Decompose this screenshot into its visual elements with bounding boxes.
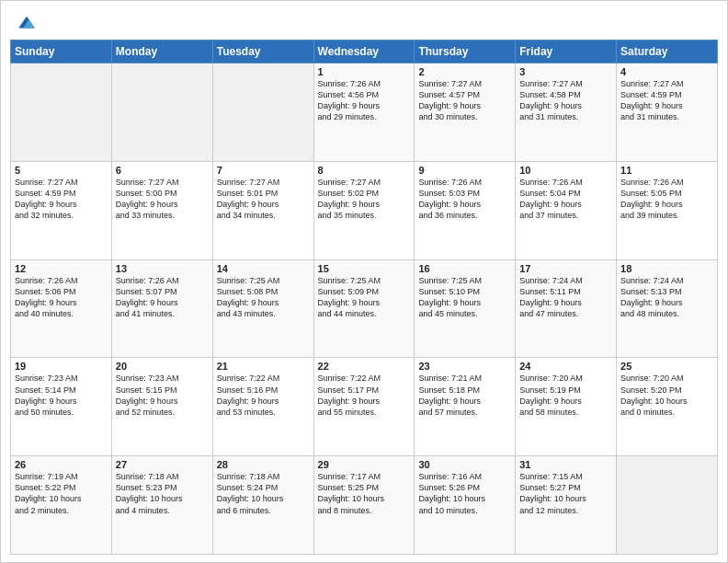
day-number: 8 bbox=[318, 165, 411, 176]
day-number: 18 bbox=[620, 263, 713, 274]
day-number: 29 bbox=[318, 459, 411, 470]
calendar-cell: 11Sunrise: 7:26 AM Sunset: 5:05 PM Dayli… bbox=[617, 161, 718, 259]
day-number: 15 bbox=[318, 263, 411, 274]
week-row-4: 19Sunrise: 7:23 AM Sunset: 5:14 PM Dayli… bbox=[11, 358, 718, 456]
day-number: 2 bbox=[418, 66, 511, 77]
cell-content: Sunrise: 7:27 AM Sunset: 5:02 PM Dayligh… bbox=[318, 177, 411, 222]
calendar-cell: 21Sunrise: 7:22 AM Sunset: 5:16 PM Dayli… bbox=[212, 358, 313, 456]
column-header-tuesday: Tuesday bbox=[212, 40, 313, 63]
cell-content: Sunrise: 7:22 AM Sunset: 5:17 PM Dayligh… bbox=[318, 373, 411, 418]
cell-content: Sunrise: 7:19 AM Sunset: 5:22 PM Dayligh… bbox=[15, 471, 108, 516]
calendar-cell: 20Sunrise: 7:23 AM Sunset: 5:15 PM Dayli… bbox=[111, 358, 212, 456]
cell-content: Sunrise: 7:27 AM Sunset: 4:59 PM Dayligh… bbox=[15, 177, 108, 222]
cell-content: Sunrise: 7:24 AM Sunset: 5:11 PM Dayligh… bbox=[519, 275, 612, 320]
cell-content: Sunrise: 7:26 AM Sunset: 4:56 PM Dayligh… bbox=[318, 78, 411, 123]
cell-content: Sunrise: 7:18 AM Sunset: 5:23 PM Dayligh… bbox=[116, 471, 209, 516]
cell-content: Sunrise: 7:25 AM Sunset: 5:09 PM Dayligh… bbox=[318, 275, 411, 320]
cell-content: Sunrise: 7:26 AM Sunset: 5:04 PM Dayligh… bbox=[519, 177, 612, 222]
day-number: 13 bbox=[116, 263, 209, 274]
cell-content: Sunrise: 7:27 AM Sunset: 4:57 PM Dayligh… bbox=[418, 78, 511, 123]
cell-content: Sunrise: 7:27 AM Sunset: 5:01 PM Dayligh… bbox=[217, 177, 310, 222]
calendar-cell: 3Sunrise: 7:27 AM Sunset: 4:58 PM Daylig… bbox=[516, 63, 617, 162]
week-row-5: 26Sunrise: 7:19 AM Sunset: 5:22 PM Dayli… bbox=[11, 456, 718, 555]
calendar-cell: 28Sunrise: 7:18 AM Sunset: 5:24 PM Dayli… bbox=[212, 456, 313, 555]
column-header-friday: Friday bbox=[516, 40, 617, 63]
day-number: 14 bbox=[217, 263, 310, 274]
logo-icon bbox=[16, 12, 38, 34]
calendar-cell bbox=[617, 456, 718, 555]
calendar-cell: 6Sunrise: 7:27 AM Sunset: 5:00 PM Daylig… bbox=[111, 161, 212, 259]
calendar-page: SundayMondayTuesdayWednesdayThursdayFrid… bbox=[0, 0, 728, 563]
day-number: 25 bbox=[620, 361, 713, 372]
day-number: 20 bbox=[116, 361, 209, 372]
day-number: 10 bbox=[519, 165, 612, 176]
cell-content: Sunrise: 7:21 AM Sunset: 5:18 PM Dayligh… bbox=[418, 373, 511, 418]
cell-content: Sunrise: 7:16 AM Sunset: 5:26 PM Dayligh… bbox=[418, 471, 511, 516]
calendar-cell: 27Sunrise: 7:18 AM Sunset: 5:23 PM Dayli… bbox=[111, 456, 212, 555]
day-number: 30 bbox=[418, 459, 511, 470]
day-number: 31 bbox=[519, 459, 612, 470]
cell-content: Sunrise: 7:26 AM Sunset: 5:06 PM Dayligh… bbox=[15, 275, 108, 320]
day-number: 28 bbox=[217, 459, 310, 470]
calendar-cell: 19Sunrise: 7:23 AM Sunset: 5:14 PM Dayli… bbox=[11, 358, 112, 456]
week-row-3: 12Sunrise: 7:26 AM Sunset: 5:06 PM Dayli… bbox=[11, 259, 718, 358]
calendar-table: SundayMondayTuesdayWednesdayThursdayFrid… bbox=[10, 40, 718, 555]
day-number: 23 bbox=[418, 361, 511, 372]
calendar-cell: 7Sunrise: 7:27 AM Sunset: 5:01 PM Daylig… bbox=[212, 161, 313, 259]
day-number: 5 bbox=[15, 165, 108, 176]
calendar-cell: 12Sunrise: 7:26 AM Sunset: 5:06 PM Dayli… bbox=[11, 259, 112, 358]
calendar-cell bbox=[11, 63, 112, 162]
column-header-thursday: Thursday bbox=[415, 40, 516, 63]
day-number: 19 bbox=[15, 361, 108, 372]
day-number: 24 bbox=[519, 361, 612, 372]
day-number: 9 bbox=[418, 165, 511, 176]
cell-content: Sunrise: 7:27 AM Sunset: 4:59 PM Dayligh… bbox=[620, 78, 713, 123]
calendar-cell: 14Sunrise: 7:25 AM Sunset: 5:08 PM Dayli… bbox=[212, 259, 313, 358]
cell-content: Sunrise: 7:27 AM Sunset: 4:58 PM Dayligh… bbox=[519, 78, 612, 123]
cell-content: Sunrise: 7:25 AM Sunset: 5:10 PM Dayligh… bbox=[418, 275, 511, 320]
calendar-cell: 26Sunrise: 7:19 AM Sunset: 5:22 PM Dayli… bbox=[11, 456, 112, 555]
day-number: 21 bbox=[217, 361, 310, 372]
day-number: 4 bbox=[620, 66, 713, 77]
cell-content: Sunrise: 7:20 AM Sunset: 5:19 PM Dayligh… bbox=[519, 373, 612, 418]
header-row: SundayMondayTuesdayWednesdayThursdayFrid… bbox=[11, 40, 718, 63]
calendar-cell: 23Sunrise: 7:21 AM Sunset: 5:18 PM Dayli… bbox=[415, 358, 516, 456]
calendar-cell: 13Sunrise: 7:26 AM Sunset: 5:07 PM Dayli… bbox=[111, 259, 212, 358]
cell-content: Sunrise: 7:17 AM Sunset: 5:25 PM Dayligh… bbox=[318, 471, 411, 516]
cell-content: Sunrise: 7:18 AM Sunset: 5:24 PM Dayligh… bbox=[217, 471, 310, 516]
calendar-cell: 8Sunrise: 7:27 AM Sunset: 5:02 PM Daylig… bbox=[313, 161, 415, 259]
day-number: 11 bbox=[620, 165, 713, 176]
cell-content: Sunrise: 7:26 AM Sunset: 5:03 PM Dayligh… bbox=[418, 177, 511, 222]
calendar-cell bbox=[111, 63, 212, 162]
calendar-cell bbox=[212, 63, 313, 162]
calendar-cell: 25Sunrise: 7:20 AM Sunset: 5:20 PM Dayli… bbox=[617, 358, 718, 456]
day-number: 7 bbox=[217, 165, 310, 176]
cell-content: Sunrise: 7:27 AM Sunset: 5:00 PM Dayligh… bbox=[116, 177, 209, 222]
calendar-cell: 16Sunrise: 7:25 AM Sunset: 5:10 PM Dayli… bbox=[415, 259, 516, 358]
day-number: 16 bbox=[418, 263, 511, 274]
day-number: 17 bbox=[519, 263, 612, 274]
day-number: 6 bbox=[116, 165, 209, 176]
header bbox=[1, 1, 727, 40]
cell-content: Sunrise: 7:25 AM Sunset: 5:08 PM Dayligh… bbox=[217, 275, 310, 320]
calendar-cell: 22Sunrise: 7:22 AM Sunset: 5:17 PM Dayli… bbox=[313, 358, 415, 456]
day-number: 3 bbox=[519, 66, 612, 77]
calendar-cell: 2Sunrise: 7:27 AM Sunset: 4:57 PM Daylig… bbox=[415, 63, 516, 162]
calendar-cell: 4Sunrise: 7:27 AM Sunset: 4:59 PM Daylig… bbox=[617, 63, 718, 162]
calendar-cell: 1Sunrise: 7:26 AM Sunset: 4:56 PM Daylig… bbox=[313, 63, 415, 162]
column-header-wednesday: Wednesday bbox=[313, 40, 415, 63]
calendar-cell: 5Sunrise: 7:27 AM Sunset: 4:59 PM Daylig… bbox=[11, 161, 112, 259]
calendar-wrapper: SundayMondayTuesdayWednesdayThursdayFrid… bbox=[1, 40, 727, 562]
calendar-cell: 17Sunrise: 7:24 AM Sunset: 5:11 PM Dayli… bbox=[516, 259, 617, 358]
cell-content: Sunrise: 7:22 AM Sunset: 5:16 PM Dayligh… bbox=[217, 373, 310, 418]
calendar-cell: 30Sunrise: 7:16 AM Sunset: 5:26 PM Dayli… bbox=[415, 456, 516, 555]
cell-content: Sunrise: 7:24 AM Sunset: 5:13 PM Dayligh… bbox=[620, 275, 713, 320]
day-number: 1 bbox=[318, 66, 411, 77]
cell-content: Sunrise: 7:26 AM Sunset: 5:05 PM Dayligh… bbox=[620, 177, 713, 222]
cell-content: Sunrise: 7:15 AM Sunset: 5:27 PM Dayligh… bbox=[519, 471, 612, 516]
day-number: 22 bbox=[318, 361, 411, 372]
column-header-sunday: Sunday bbox=[11, 40, 112, 63]
day-number: 26 bbox=[15, 459, 108, 470]
column-header-saturday: Saturday bbox=[617, 40, 718, 63]
calendar-cell: 18Sunrise: 7:24 AM Sunset: 5:13 PM Dayli… bbox=[617, 259, 718, 358]
